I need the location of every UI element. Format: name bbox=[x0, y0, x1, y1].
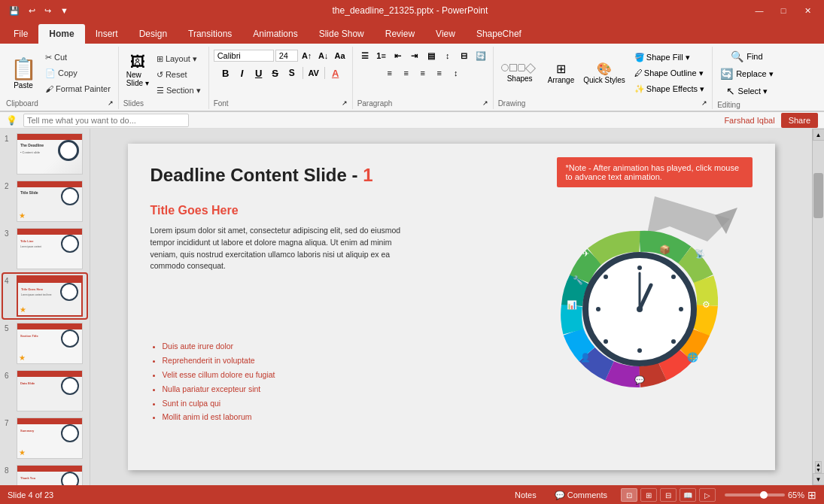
shapes-button[interactable]: Shapes bbox=[498, 62, 542, 84]
quick-styles-button[interactable]: 🎨 Quick Styles bbox=[580, 51, 628, 95]
bullet-item-4: Nulla pariatur excepteur sint bbox=[163, 382, 406, 396]
share-button[interactable]: Share bbox=[781, 113, 818, 128]
character-spacing-button[interactable]: AV bbox=[306, 65, 321, 80]
font-size-selector[interactable]: 24 bbox=[275, 50, 298, 62]
scroll-down-button[interactable]: ▼ bbox=[813, 473, 825, 485]
slide-sorter-button[interactable]: ⊟ bbox=[660, 488, 677, 502]
paragraph-expand-icon[interactable]: ↗ bbox=[482, 99, 488, 107]
strikethrough-button[interactable]: S bbox=[268, 65, 283, 80]
replace-button[interactable]: 🔄 Replace ▾ bbox=[717, 65, 776, 82]
tab-animations[interactable]: Animations bbox=[242, 24, 308, 44]
text-direction-button[interactable]: ↕ bbox=[440, 48, 455, 63]
normal-view-button[interactable]: ⊡ bbox=[621, 488, 637, 502]
format-painter-button[interactable]: 🖌 Format Painter bbox=[42, 81, 114, 96]
maximize-button[interactable]: □ bbox=[773, 3, 794, 18]
undo-icon[interactable]: ↩ bbox=[26, 5, 38, 17]
content-body: Lorem ipsum dolor sit amet, consectetur … bbox=[151, 225, 406, 272]
copy-button[interactable]: 📄 Copy bbox=[42, 65, 114, 80]
arrange-button[interactable]: ⊞ Arrange bbox=[545, 51, 578, 95]
tab-home[interactable]: Home bbox=[38, 24, 84, 44]
decrease-font-size-button[interactable]: A↓ bbox=[316, 48, 331, 63]
justify-button[interactable]: ≡ bbox=[432, 65, 447, 80]
italic-button[interactable]: I bbox=[235, 65, 250, 80]
tab-review[interactable]: Review bbox=[375, 24, 425, 44]
close-button[interactable]: ✕ bbox=[797, 3, 818, 18]
notes-button[interactable]: Notes bbox=[510, 490, 541, 499]
slide-thumbnail-7[interactable]: 7 Summary bbox=[3, 416, 87, 460]
font-color-button[interactable]: A bbox=[328, 65, 343, 80]
increase-indent-button[interactable]: ⇥ bbox=[407, 48, 422, 63]
slideshow-button[interactable]: ▷ bbox=[699, 488, 716, 502]
minimize-button[interactable]: — bbox=[749, 3, 770, 18]
section-button[interactable]: ☰ Section ▾ bbox=[154, 83, 204, 98]
find-button[interactable]: 🔍 Find bbox=[728, 48, 765, 65]
bold-button[interactable]: B bbox=[218, 65, 233, 80]
slide-number-6: 6 bbox=[5, 370, 14, 380]
slide-thumbnail-8[interactable]: 8 Thank You bbox=[3, 463, 87, 485]
svg-point-19 bbox=[596, 307, 601, 311]
clear-formatting-button[interactable]: Aa bbox=[333, 48, 348, 63]
scroll-track[interactable] bbox=[813, 141, 824, 461]
scroll-section-up-button[interactable]: ▲ bbox=[816, 462, 821, 467]
align-right-button[interactable]: ≡ bbox=[415, 65, 430, 80]
new-slide-button[interactable]: 🖼 NewSlide ▾ bbox=[123, 48, 152, 92]
comments-button[interactable]: 💬 Comments bbox=[550, 490, 612, 500]
customize-icon[interactable]: ▼ bbox=[57, 5, 71, 17]
slide-thumbnail-4[interactable]: 4 Title Goes Here Lorem ipsum content te… bbox=[3, 274, 87, 318]
convert-smartart-button[interactable]: 🔄 bbox=[473, 48, 488, 63]
slide-thumbnail-5[interactable]: 5 Section Title bbox=[3, 321, 87, 366]
save-icon[interactable]: 💾 bbox=[6, 5, 23, 17]
redo-icon[interactable]: ↪ bbox=[41, 5, 54, 17]
shape-fill-button[interactable]: 🪣 Shape Fill ▾ bbox=[631, 50, 707, 65]
slide-thumbnail-6[interactable]: 6 Data Slide bbox=[3, 369, 87, 413]
tab-transitions[interactable]: Transitions bbox=[178, 24, 242, 44]
bullets-button[interactable]: ☰ bbox=[357, 48, 372, 63]
tab-view[interactable]: View bbox=[425, 24, 466, 44]
scroll-up-button[interactable]: ▲ bbox=[813, 129, 825, 141]
line-spacing-button[interactable]: ↕ bbox=[448, 65, 464, 80]
tab-file[interactable]: File bbox=[3, 24, 38, 44]
numbering-button[interactable]: 1≡ bbox=[374, 48, 389, 63]
increase-font-size-button[interactable]: A↑ bbox=[299, 48, 315, 63]
font-name-selector[interactable]: Calibri bbox=[214, 50, 274, 62]
reset-button[interactable]: ↺ Reset bbox=[154, 67, 204, 82]
layout-button[interactable]: ⊞ Layout ▾ bbox=[154, 51, 204, 66]
align-center-button[interactable]: ≡ bbox=[399, 65, 414, 80]
align-text-button[interactable]: ⊟ bbox=[457, 48, 472, 63]
outline-view-button[interactable]: ⊞ bbox=[640, 488, 657, 502]
decrease-indent-button[interactable]: ⇤ bbox=[391, 48, 406, 63]
paste-button[interactable]: 📋 Paste bbox=[6, 51, 41, 95]
reading-view-button[interactable]: 📖 bbox=[680, 488, 696, 502]
user-name[interactable]: Farshad Iqbal bbox=[724, 116, 774, 125]
tab-insert[interactable]: Insert bbox=[85, 24, 129, 44]
bullet-item-3: Velit esse cillum dolore eu fugiat bbox=[163, 368, 406, 382]
zoom-slider[interactable] bbox=[725, 493, 785, 496]
tab-slideshow[interactable]: Slide Show bbox=[309, 24, 375, 44]
slide-thumbnail-3[interactable]: 3 Title Line Lorem ipsum content bbox=[3, 226, 87, 271]
columns-button[interactable]: ▤ bbox=[424, 48, 439, 63]
fit-slide-button[interactable]: ⊞ bbox=[807, 489, 816, 501]
slide-thumbnail-2[interactable]: 2 Title Slide bbox=[3, 179, 87, 223]
tellme-input[interactable] bbox=[23, 114, 189, 127]
svg-point-16 bbox=[671, 339, 676, 344]
cut-button[interactable]: ✂ Cut bbox=[42, 50, 114, 65]
align-left-button[interactable]: ≡ bbox=[382, 65, 397, 80]
zoom-thumb[interactable] bbox=[760, 491, 768, 499]
scroll-handle[interactable] bbox=[813, 173, 823, 218]
tab-shapechef[interactable]: ShapeChef bbox=[466, 24, 532, 44]
tab-design[interactable]: Design bbox=[129, 24, 178, 44]
slide-title: Deadline Content Slide - 1 bbox=[151, 165, 373, 186]
underline-button[interactable]: U bbox=[251, 65, 266, 80]
select-button[interactable]: ↖ Select ▾ bbox=[723, 83, 771, 99]
text-shadow-button[interactable]: S bbox=[284, 65, 299, 80]
slide-thumbnail-1[interactable]: 1 The Deadline • Content slide bbox=[3, 132, 87, 176]
drawing-expand-icon[interactable]: ↗ bbox=[701, 99, 707, 107]
font-expand-icon[interactable]: ↗ bbox=[342, 99, 348, 107]
bullet-item-1: Duis aute irure dolor bbox=[163, 339, 406, 354]
shape-effects-button[interactable]: ✨ Shape Effects ▾ bbox=[631, 81, 707, 96]
clipboard-expand-icon[interactable]: ↗ bbox=[108, 99, 114, 107]
editing-group: 🔍 Find 🔄 Replace ▾ ↖ Select ▾ Editing bbox=[713, 47, 780, 109]
shape-outline-button[interactable]: 🖊 Shape Outline ▾ bbox=[631, 65, 707, 80]
scroll-section-down-button[interactable]: ▼ bbox=[816, 467, 821, 472]
canvas-area[interactable]: Deadline Content Slide - 1 *Note - After… bbox=[90, 129, 812, 485]
